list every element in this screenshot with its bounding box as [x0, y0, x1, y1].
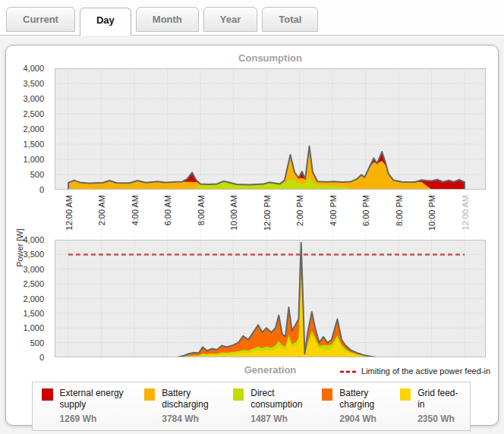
legend-label: Direct consumption	[250, 388, 321, 410]
legend-value: 3784 Wh	[162, 414, 232, 424]
tab-month[interactable]: Month	[136, 7, 199, 32]
y-tick-label: 2,000	[23, 124, 44, 134]
limit-line-label: Limiting of the active power feed-in	[361, 366, 490, 376]
legend-label: Battery discharging	[162, 388, 232, 410]
y-tick-label: 0	[39, 185, 44, 194]
tab-current[interactable]: Current	[6, 7, 75, 32]
direct-consumption-swatch	[233, 388, 244, 401]
y-tick-label: 3,500	[23, 250, 44, 259]
limit-line-legend: Limiting of the active power feed-in	[340, 366, 490, 376]
y-tick-label: 1,000	[23, 323, 44, 332]
legend-label: Grid feed-in	[417, 388, 461, 410]
x-tick-label: 4:00 AM	[131, 195, 140, 225]
x-tick-label: 2:00 AM	[97, 195, 106, 225]
y-tick-label: 2,000	[23, 294, 44, 303]
energy-balance-panel: Power [W] Consumption 4,0003,5003,0002,5…	[5, 45, 499, 426]
tab-year[interactable]: Year	[203, 7, 257, 32]
y-tick-label: 4,000	[23, 64, 44, 73]
x-tick-label: 2:00 PM	[295, 195, 304, 226]
battery-discharging-swatch	[144, 388, 156, 401]
legend-value: 1487 Wh	[250, 414, 321, 424]
y-tick-label: 2,500	[23, 109, 44, 118]
x-tick-label: 12:00 AM	[461, 195, 470, 230]
legend-item-grid-feed-in: Grid feed-in 2350 Wh	[400, 388, 461, 424]
limit-dash-icon	[340, 366, 357, 376]
x-tick-label: 6:00 AM	[163, 195, 172, 225]
legend-item-battery-charging: Battery charging 2904 Wh	[322, 388, 400, 424]
consumption-y-axis: 4,0003,5003,0002,5002,0001,5001,0005000	[6, 68, 49, 193]
battery-charging-swatch	[322, 388, 333, 401]
legend-item-battery-discharging: Battery discharging 3784 Wh	[144, 388, 233, 424]
y-tick-label: 3,000	[23, 265, 44, 274]
energy-legend: External energy supply 1269 Wh Battery d…	[32, 382, 471, 431]
x-tick-label: 10:00 PM	[427, 195, 436, 231]
consumption-title: Consumption	[55, 52, 486, 64]
y-tick-label: 0	[39, 353, 44, 362]
y-tick-label: 500	[30, 170, 44, 179]
y-tick-label: 4,000	[23, 235, 44, 244]
y-tick-label: 1,000	[23, 155, 44, 164]
legend-item-external-supply: External energy supply 1269 Wh	[42, 388, 144, 424]
y-tick-label: 1,500	[23, 309, 44, 318]
generation-plot	[55, 240, 498, 360]
y-tick-label: 2,500	[23, 279, 44, 288]
external-supply-swatch	[42, 388, 53, 401]
x-tick-label: 10:00 AM	[229, 195, 238, 230]
time-axis: 12:00 AM2:00 AM4:00 AM6:00 AM8:00 AM10:0…	[55, 193, 498, 240]
generation-y-axis: 4,0003,5003,0002,5002,0001,5001,0005000	[6, 240, 49, 360]
y-tick-label: 3,000	[23, 94, 44, 103]
legend-value: 2904 Wh	[339, 414, 399, 424]
x-tick-label: 4:00 PM	[329, 195, 338, 226]
y-tick-label: 3,500	[23, 79, 44, 88]
legend-value: 1269 Wh	[60, 414, 144, 424]
grid-feed-in-swatch	[400, 388, 411, 401]
x-tick-label: 12:00 AM	[65, 195, 74, 230]
x-tick-label: 6:00 PM	[361, 195, 370, 226]
x-tick-label: 8:00 PM	[395, 195, 404, 226]
generation-chart-row: 4,0003,5003,0002,5002,0001,5001,0005000	[55, 240, 498, 360]
legend-label: Battery charging	[339, 388, 399, 410]
legend-label: External energy supply	[60, 388, 144, 410]
tab-day[interactable]: Day	[80, 8, 131, 36]
legend-value: 2350 Wh	[417, 414, 461, 424]
consumption-chart-row: 4,0003,5003,0002,5002,0001,5001,0005000	[55, 68, 498, 193]
tab-bar: Current Day Month Year Total	[0, 0, 504, 36]
consumption-plot	[55, 68, 498, 193]
x-tick-label: 8:00 AM	[197, 195, 206, 225]
x-tick-label: 12:00 PM	[263, 195, 272, 231]
legend-item-direct-consumption: Direct consumption 1487 Wh	[233, 388, 322, 424]
y-tick-label: 500	[30, 338, 44, 348]
y-tick-label: 1,500	[23, 140, 44, 149]
tab-total[interactable]: Total	[262, 7, 318, 32]
